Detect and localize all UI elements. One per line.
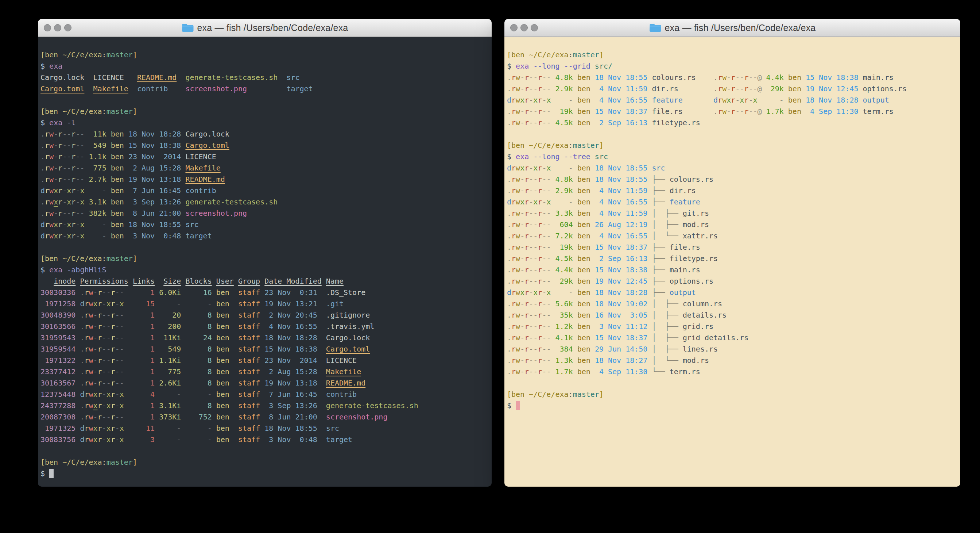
seg-w bbox=[229, 435, 238, 444]
seg-ln: 4 bbox=[133, 390, 154, 399]
seg-us: ben bbox=[216, 345, 229, 353]
seg-w bbox=[107, 175, 111, 184]
seg-us: ben bbox=[111, 220, 124, 229]
seg-dot: -- bbox=[529, 367, 538, 376]
seg-r: r bbox=[538, 345, 542, 353]
seg-ln: 1 bbox=[133, 345, 154, 353]
seg-w: .DS_Store bbox=[326, 288, 366, 297]
seg-wr: w bbox=[89, 333, 93, 342]
seg-w: file.rs bbox=[670, 243, 700, 252]
seg-r: r bbox=[525, 277, 529, 286]
seg-dot: . bbox=[507, 186, 511, 195]
terminal-line: 30048390 .rw-r--r-- 1 20 8 ben staff 2 N… bbox=[40, 310, 490, 321]
seg-w: mod.rs bbox=[683, 356, 709, 365]
seg-us: ben bbox=[578, 299, 590, 308]
terminal-line: 1971258 drwxr-xr-x 15 - - ben staff 19 N… bbox=[40, 298, 490, 310]
seg-w bbox=[648, 277, 652, 286]
titlebar[interactable]: exa — fish /Users/ben/Code/exa/exa bbox=[504, 19, 960, 37]
seg-w bbox=[590, 198, 595, 206]
seg-w bbox=[75, 378, 80, 387]
seg-dot: -- bbox=[62, 129, 71, 138]
seg-x: x bbox=[753, 96, 757, 104]
seg-w bbox=[784, 73, 788, 82]
seg-hd: Size bbox=[163, 277, 181, 286]
seg-dot: - bbox=[54, 141, 58, 150]
seg-dt: 15 Nov 18:37 bbox=[595, 333, 648, 342]
seg-w bbox=[590, 299, 595, 308]
seg-w bbox=[84, 141, 89, 150]
seg-dot: -- bbox=[748, 85, 757, 93]
seg-m: master bbox=[107, 254, 133, 263]
seg-ln: 1 bbox=[133, 378, 154, 387]
close-button[interactable] bbox=[44, 24, 51, 31]
seg-dot: . bbox=[507, 277, 511, 286]
seg-w bbox=[278, 73, 286, 82]
terminal-content-light[interactable]: [ben ~/C/e/exa:master]$ exa --long --gri… bbox=[504, 37, 960, 487]
seg-w bbox=[40, 277, 54, 286]
seg-dt: 15 Nov 18:37 bbox=[595, 243, 648, 252]
titlebar[interactable]: exa — fish /Users/ben/Code/exa/exa bbox=[38, 19, 492, 37]
seg-dot: . bbox=[507, 85, 511, 93]
seg-dt: 18 Nov 18:55 bbox=[595, 175, 648, 184]
seg-w: term.rs bbox=[863, 107, 894, 116]
seg-wr: w bbox=[49, 209, 54, 218]
terminal-content-dark[interactable]: [ben ~/C/e/exa:master]$ exaCargo.lock LI… bbox=[38, 37, 492, 487]
seg-r: r bbox=[525, 186, 529, 195]
seg-w bbox=[84, 198, 89, 206]
seg-w bbox=[154, 345, 159, 353]
seg-tr: ├── bbox=[652, 175, 669, 184]
seg-wr: w bbox=[516, 322, 520, 331]
seg-dt: 4 Nov 11:59 bbox=[595, 186, 648, 195]
seg-dot: - bbox=[75, 231, 80, 240]
seg-w bbox=[124, 413, 133, 421]
seg-dot: -- bbox=[542, 220, 551, 229]
seg-sz: 2.6Ki bbox=[159, 378, 181, 387]
zoom-button[interactable] bbox=[64, 24, 72, 31]
seg-wr: w bbox=[516, 118, 520, 127]
seg-w: : bbox=[102, 254, 107, 263]
seg-w bbox=[784, 107, 788, 116]
seg-tr: ├── bbox=[652, 243, 669, 252]
terminal-line: .rw-r--r-- 7.2k ben 4 Nov 16:55 │ └── xa… bbox=[507, 230, 959, 242]
seg-w bbox=[590, 209, 595, 218]
seg-sz: 7.2k bbox=[555, 231, 573, 240]
seg-x: x bbox=[520, 288, 525, 297]
terminal-line: .rw-r--r-- 775 ben 2 Aug 15:28 Makefile bbox=[40, 163, 490, 174]
zoom-button[interactable] bbox=[531, 24, 538, 31]
seg-w bbox=[573, 367, 578, 376]
seg-w bbox=[590, 220, 595, 229]
seg-dot: . bbox=[507, 220, 511, 229]
seg-dot: -- bbox=[62, 141, 71, 150]
terminal-line: [ben ~/C/e/exa:master] bbox=[507, 49, 959, 61]
seg-w bbox=[181, 401, 185, 410]
seg-dir: src bbox=[286, 73, 299, 82]
terminal-line bbox=[507, 378, 959, 389]
seg-x: x bbox=[93, 424, 98, 432]
seg-w bbox=[212, 277, 216, 286]
seg-x: x bbox=[546, 164, 551, 172]
seg-w bbox=[590, 152, 595, 161]
seg-wr: w bbox=[516, 96, 520, 104]
seg-dot: - bbox=[542, 164, 546, 172]
minimize-button[interactable] bbox=[520, 24, 528, 31]
seg-p: [ben ~/C/e/exa bbox=[507, 390, 569, 399]
seg-dot: . bbox=[507, 322, 511, 331]
seg-w bbox=[181, 413, 185, 421]
seg-dot: - bbox=[520, 277, 525, 286]
seg-w bbox=[573, 322, 578, 331]
minimize-button[interactable] bbox=[54, 24, 61, 31]
seg-us: ben bbox=[788, 73, 801, 82]
seg-x: x bbox=[67, 198, 71, 206]
seg-w bbox=[124, 345, 133, 353]
seg-w bbox=[573, 356, 578, 365]
seg-r: r bbox=[84, 390, 89, 399]
close-button[interactable] bbox=[510, 24, 517, 31]
seg-dot: -- bbox=[75, 175, 84, 184]
seg-dot: - bbox=[102, 401, 107, 410]
seg-wr: w bbox=[516, 254, 520, 263]
seg-w: options.rs bbox=[670, 277, 713, 286]
seg-us: ben bbox=[111, 198, 124, 206]
seg-r: r bbox=[525, 231, 529, 240]
seg-w bbox=[260, 367, 264, 376]
seg-dot: -- bbox=[75, 152, 84, 161]
